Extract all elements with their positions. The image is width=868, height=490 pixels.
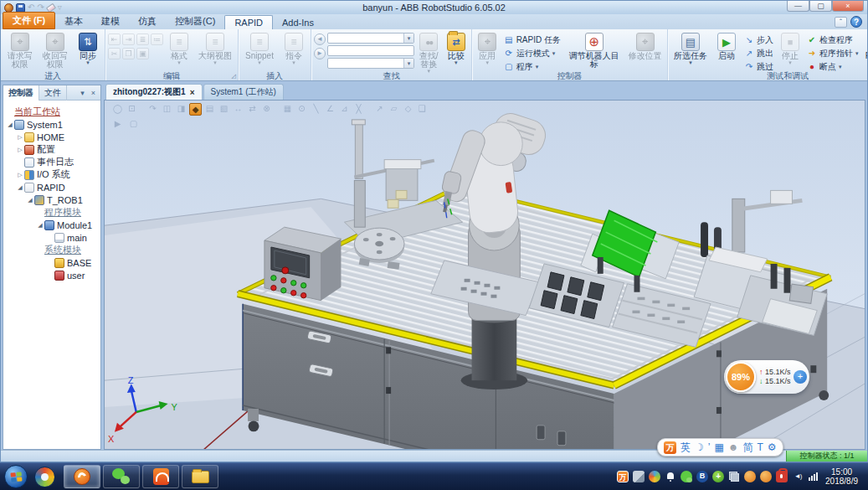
tab-system1-station[interactable]: System1 (工作站) (203, 84, 284, 100)
update-tray-icon[interactable] (744, 471, 756, 482)
tree-item[interactable]: user (3, 269, 100, 281)
close-button[interactable]: × (832, 1, 864, 12)
adjust-robtargets-button[interactable]: 调节机器人目标 (564, 31, 624, 70)
run-mode-button[interactable]: ⟳运行模式▾ (502, 47, 562, 59)
chain-icon[interactable]: ⊗ (260, 103, 273, 116)
apply-button[interactable]: 应用 ▾ (475, 31, 501, 67)
security-lock-tray-icon[interactable] (776, 471, 788, 482)
tree-expander-icon[interactable]: ◢ (16, 184, 24, 191)
plane-icon[interactable]: ▱ (388, 103, 400, 116)
bell-tray-icon[interactable] (665, 471, 676, 482)
look-in-combobox[interactable]: ▾ (327, 58, 414, 69)
close-tab-icon[interactable]: × (190, 88, 195, 97)
indent-right-icon[interactable]: ⇥ (122, 34, 135, 45)
start-button[interactable]: 启动 (712, 31, 741, 62)
panel-tab-controller[interactable]: 控制器 (3, 85, 39, 101)
check-program-button[interactable]: ✔检查程序 (805, 34, 860, 46)
rotate-tool-icon[interactable]: ▤ (203, 103, 216, 116)
soft-keyboard-icon[interactable]: ▦ (714, 441, 723, 453)
play-icon[interactable]: ▶ (111, 118, 124, 131)
corner-snap-icon[interactable]: ⊿ (338, 103, 351, 116)
comment-icon[interactable]: ≔ (151, 34, 163, 45)
tree-item[interactable]: ▷ I/O 系统 (3, 168, 100, 181)
find-replace-button[interactable]: 查找/替换 ▾ (416, 31, 442, 75)
sheet-icon[interactable]: ❑ (416, 103, 429, 116)
tree-item[interactable]: ◢ Module1 (3, 219, 100, 231)
compare-button[interactable]: 比较 ▾ (444, 31, 470, 67)
network-signal-tray-icon[interactable] (808, 471, 819, 482)
tree-expander-icon[interactable]: ▷ (16, 147, 24, 153)
network-speed-widget[interactable]: 89% ↑ 15.1K/s ↓ 15.1K/s + (724, 360, 809, 394)
3d-scene[interactable]: Z Y X (105, 101, 865, 450)
measure-icon[interactable]: ↔ (232, 103, 244, 116)
tree-item[interactable]: ◢ System1 (3, 118, 100, 131)
step-in-button[interactable]: ↘步入 (742, 34, 775, 46)
tree-item[interactable]: 事件日志 (3, 156, 100, 168)
qat-customize-button[interactable]: ▿ (58, 3, 62, 12)
panel-tab-files[interactable]: 文件 (39, 85, 67, 101)
angle-snap-icon[interactable]: ∠ (324, 103, 336, 116)
tree-item[interactable]: BASE (3, 256, 100, 269)
tree-expander-icon[interactable]: ◢ (36, 222, 44, 229)
find-what-combobox[interactable]: ▾ (327, 33, 414, 44)
robotstudio-taskbar-button[interactable] (64, 465, 100, 488)
center-snap-icon[interactable]: ⊙ (295, 103, 308, 116)
settings-gear-icon[interactable]: ⚙ (768, 441, 777, 453)
robotstudio-logo-icon[interactable] (4, 3, 13, 13)
tab-view1[interactable]: zhitong0227:视图1 × (105, 84, 203, 100)
synchronize-button[interactable]: 同步 ▾ (74, 31, 102, 67)
door-handle[interactable] (557, 431, 566, 446)
format-button[interactable]: 格式 ▾ (165, 31, 193, 67)
stop-icon[interactable]: ▢ (127, 118, 140, 131)
curve-select-icon[interactable]: ↷ (146, 103, 159, 116)
format-list-icon[interactable]: ≣ (136, 34, 149, 45)
network-globe-tray-icon[interactable] (649, 471, 660, 482)
wechat-tray-icon[interactable] (681, 471, 692, 482)
tab-home[interactable]: 基本 (55, 13, 92, 29)
accelerate-button[interactable]: + (794, 370, 807, 384)
language-mode-icon[interactable]: 英 (681, 441, 691, 455)
windows-stack-tray-icon[interactable] (728, 471, 740, 482)
lexicon-icon[interactable]: ☻ (728, 441, 739, 453)
wechat-taskbar-button[interactable] (103, 465, 140, 488)
stop-button[interactable]: 停止 ▾ (777, 31, 804, 67)
selected-tasks-button[interactable]: 所选任务 ▾ (670, 31, 711, 67)
tree-item[interactable]: ◢ T_ROB1 (3, 193, 100, 206)
operator-console[interactable] (265, 227, 341, 301)
paste-icon[interactable]: ▣ (136, 48, 149, 59)
rapid-analyzer-button[interactable]: RAPID 分析工具 ▾ (862, 31, 867, 75)
tab-modeling[interactable]: 建模 (92, 13, 129, 29)
entity-select-icon[interactable]: ◨ (175, 103, 187, 116)
tree-expander-icon[interactable]: ▷ (16, 172, 24, 178)
indent-left-icon[interactable]: ⇤ (108, 34, 121, 45)
instruction-button[interactable]: 指令 ▾ (280, 31, 308, 67)
sogou-tray-icon[interactable]: 万 (617, 471, 629, 482)
tab-rapid[interactable]: RAPID (224, 15, 273, 29)
axis-select-icon[interactable]: ▧ (218, 103, 230, 116)
line-snap-icon[interactable]: ╲ (310, 103, 322, 116)
redo-button[interactable]: ↷ (37, 3, 44, 12)
save-button[interactable] (16, 3, 25, 13)
maximize-button[interactable]: ▢ (809, 1, 832, 12)
find-previous-button[interactable]: ◄ (314, 34, 326, 45)
snippet-button[interactable]: Snippet ▾ (241, 31, 278, 67)
door-handle[interactable] (537, 426, 545, 440)
render-mode-icon[interactable]: ◯ (111, 103, 124, 116)
clock[interactable]: 15:00 2018/8/9 (824, 467, 863, 486)
rapid-tasks-button[interactable]: ▤RAPID 任务 (502, 34, 562, 46)
zoom-extents-icon[interactable]: ⊡ (126, 103, 138, 116)
foxit-pdf-taskbar-button[interactable] (142, 465, 179, 488)
tree-item[interactable]: 当前工作站 (3, 106, 100, 118)
edit-dialog-launcher-icon[interactable]: ◿ (232, 73, 236, 80)
panel-menu-button[interactable]: ▾ (78, 89, 87, 97)
photos-tray-icon[interactable] (633, 471, 645, 482)
move-tool-icon[interactable]: ◆ (189, 103, 202, 116)
simplified-chinese-icon[interactable]: 简 (742, 441, 752, 455)
copy-icon[interactable]: ❐ (122, 48, 135, 59)
diamond-snap-icon[interactable]: ◇ (402, 103, 414, 116)
minimize-button[interactable]: — (787, 1, 809, 12)
jump-icon[interactable]: ↗ (373, 103, 386, 116)
sogou-logo-icon[interactable]: 万 (664, 441, 676, 454)
step-out-button[interactable]: ↗跳出 (742, 47, 775, 59)
tree-expander-icon[interactable]: ◢ (6, 121, 14, 128)
